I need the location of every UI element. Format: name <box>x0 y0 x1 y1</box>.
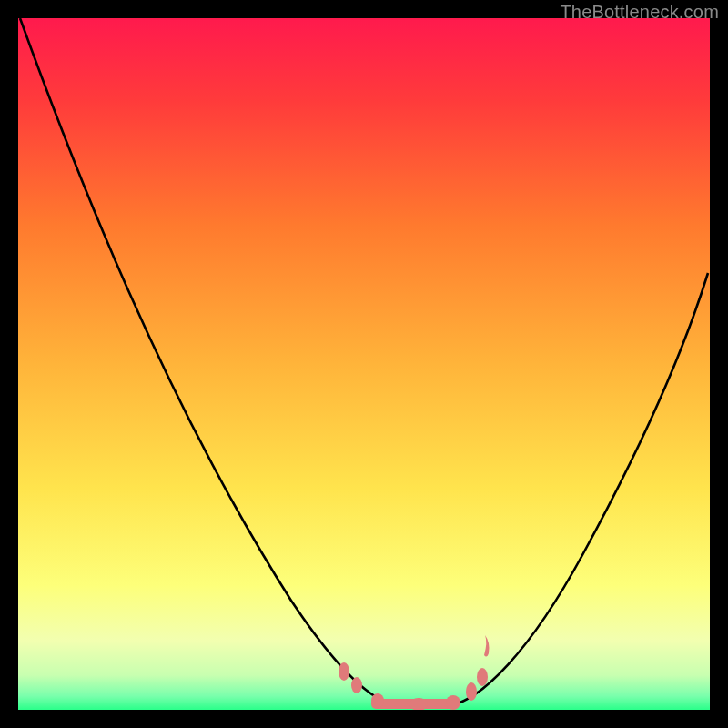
bottleneck-curve <box>18 18 710 710</box>
svg-point-8 <box>477 668 488 686</box>
chart-frame: TheBottleneck.com <box>0 0 728 728</box>
watermark-text: TheBottleneck.com <box>560 2 719 23</box>
svg-point-4 <box>371 693 384 708</box>
svg-point-7 <box>466 682 477 701</box>
svg-point-1 <box>339 662 349 681</box>
svg-point-6 <box>446 695 460 710</box>
svg-point-2 <box>351 677 362 693</box>
plot-area <box>18 18 710 710</box>
